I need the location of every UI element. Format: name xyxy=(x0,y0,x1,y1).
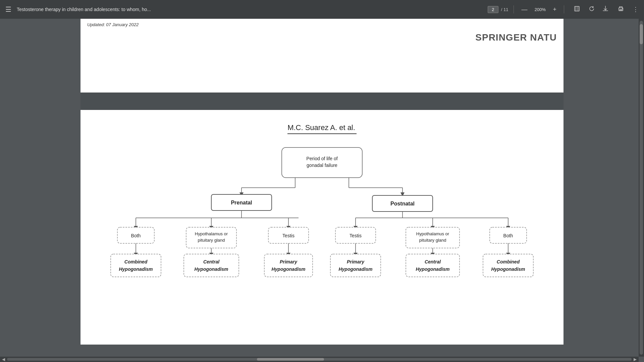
prenatal-testis-label: Testis xyxy=(282,233,294,238)
springer-logo: SPRINGER NATU xyxy=(475,32,557,43)
download-button[interactable] xyxy=(600,4,610,15)
postnatal-testis-label: Testis xyxy=(350,233,362,238)
svg-text:Hypogonadism: Hypogonadism xyxy=(271,266,305,272)
scroll-right-arrow[interactable]: ▶ xyxy=(632,357,639,362)
toolbar-right-actions: ⋮ xyxy=(600,4,640,15)
total-pages: / 11 xyxy=(501,7,508,12)
scrollbar-track-h xyxy=(7,358,632,361)
date-text: Updated: 07 January 2022 xyxy=(87,22,139,27)
zoom-out-button[interactable]: — xyxy=(519,5,529,14)
menu-icon[interactable]: ☰ xyxy=(4,4,13,15)
svg-rect-29 xyxy=(184,254,239,277)
toolbar-icons xyxy=(572,4,596,15)
toolbar: ☰ Testosterone therapy in children and a… xyxy=(0,0,644,19)
svg-text:Combined: Combined xyxy=(124,259,148,264)
page-top: Updated: 07 January 2022 SPRINGER NATU xyxy=(80,19,564,93)
svg-text:Hypogonadism: Hypogonadism xyxy=(338,266,372,272)
svg-rect-0 xyxy=(575,6,579,11)
svg-rect-2 xyxy=(620,9,622,10)
svg-rect-32 xyxy=(264,254,313,277)
flowchart-diagram: Period of life of gonadal failure xyxy=(101,144,543,285)
scroll-left-arrow[interactable]: ◀ xyxy=(0,357,7,362)
svg-text:pituitary gland: pituitary gland xyxy=(419,238,446,243)
pdf-page: Updated: 07 January 2022 SPRINGER NATU M… xyxy=(80,19,564,345)
prenatal-label: Prenatal xyxy=(231,200,252,205)
dark-band xyxy=(80,93,564,110)
svg-text:Hypogonadism: Hypogonadism xyxy=(194,266,228,272)
zoom-level: 200% xyxy=(533,7,547,12)
root-node-line2: gonadal failure xyxy=(307,163,337,168)
page-number-input[interactable] xyxy=(488,6,498,13)
root-node-line1: Period of life of xyxy=(306,156,337,161)
divider-1 xyxy=(514,5,514,13)
svg-text:Hypogonadism: Hypogonadism xyxy=(416,266,449,272)
fit-page-button[interactable] xyxy=(572,4,582,15)
svg-text:Hypothalamus or: Hypothalamus or xyxy=(416,231,449,236)
svg-text:pituitary gland: pituitary gland xyxy=(198,238,225,243)
svg-rect-48 xyxy=(330,254,381,277)
svg-rect-51 xyxy=(406,254,460,277)
scrollbar-track-v xyxy=(640,21,643,355)
svg-text:Central: Central xyxy=(425,259,441,264)
rotate-button[interactable] xyxy=(587,4,596,15)
svg-text:Combined: Combined xyxy=(497,259,520,264)
content-area: Updated: 07 January 2022 SPRINGER NATU M… xyxy=(0,19,644,362)
svg-text:Hypogonadism: Hypogonadism xyxy=(119,266,153,272)
print-button[interactable] xyxy=(616,4,626,15)
postnatal-label: Postnatal xyxy=(390,201,415,206)
scrollbar-thumb-h[interactable] xyxy=(257,358,324,361)
svg-text:Central: Central xyxy=(203,259,220,264)
zoom-in-button[interactable]: + xyxy=(551,5,558,14)
postnatal-both-label: Both xyxy=(503,233,513,238)
svg-rect-26 xyxy=(111,254,161,277)
svg-text:Primary: Primary xyxy=(347,259,365,264)
document-title: Testosterone therapy in children and ado… xyxy=(17,7,484,12)
svg-point-3 xyxy=(622,8,623,9)
page-navigation: / 11 xyxy=(488,6,508,13)
more-options-button[interactable]: ⋮ xyxy=(631,4,640,14)
svg-text:Primary: Primary xyxy=(280,259,298,264)
svg-text:Hypogonadism: Hypogonadism xyxy=(491,266,525,272)
horizontal-scrollbar[interactable]: ◀ ▶ xyxy=(0,357,639,362)
author-line: M.C. Suarez A. et al. xyxy=(101,123,543,134)
svg-text:Hypothalamus or: Hypothalamus or xyxy=(195,231,228,236)
page-content: M.C. Suarez A. et al. Period of life of … xyxy=(80,110,564,345)
divider-2 xyxy=(564,5,564,13)
author-citation: M.C. Suarez A. et al. xyxy=(287,123,357,134)
vertical-scrollbar[interactable] xyxy=(639,19,644,357)
svg-rect-54 xyxy=(483,254,533,277)
prenatal-both-label: Both xyxy=(131,233,141,238)
scrollbar-thumb-v[interactable] xyxy=(640,24,643,44)
